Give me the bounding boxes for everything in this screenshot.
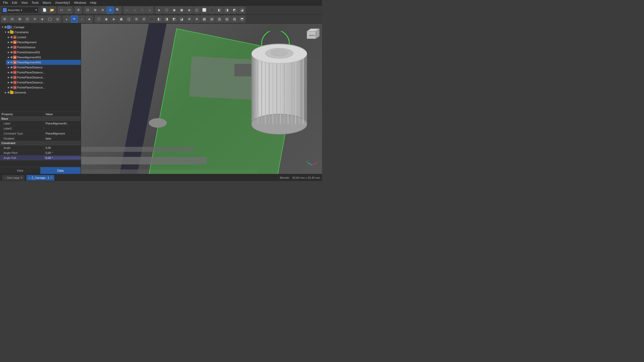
forward-button[interactable]: → <box>131 7 138 14</box>
prop-row-angle-pitch[interactable]: Angle Pitch 0,00 ° <box>0 150 81 155</box>
tb-btn-7[interactable]: ⬜ <box>201 7 208 14</box>
tb2-btn-22[interactable]: ◨ <box>163 16 170 23</box>
tree-constraints[interactable]: ▼ Constraints <box>3 30 81 35</box>
tb2-btn-4[interactable]: ⊡ <box>24 16 31 23</box>
tb2-btn-15[interactable]: ◈ <box>110 16 117 23</box>
tb2-btn-30[interactable]: ▧ <box>223 16 230 23</box>
prop-value-disabled[interactable]: false <box>44 137 81 140</box>
tb-btn-3[interactable]: ◉ <box>171 7 178 14</box>
tree-ppdist2[interactable]: ▶ ⊡ PointsPlaneDistance... <box>6 70 81 75</box>
tb2-btn-2[interactable]: ⊟ <box>9 16 16 23</box>
new-file-button[interactable]: 📄 <box>41 7 48 14</box>
up-button[interactable]: ↑ <box>139 7 146 14</box>
data-tab[interactable]: Data <box>41 167 81 174</box>
tb2-btn-12[interactable]: ◈ <box>86 16 93 23</box>
menu-file[interactable]: File <box>1 1 10 5</box>
prop-row-disabled[interactable]: Disabled false <box>0 136 81 141</box>
tb2-btn-16[interactable]: ▣ <box>118 16 125 23</box>
zoom-in-button[interactable]: ⊕ <box>92 7 99 14</box>
back-button[interactable]: ← <box>124 7 131 14</box>
tree-planealignment002[interactable]: ▶ ◈ PlaneAlignment002 <box>6 60 81 65</box>
axes-button[interactable]: ✛ <box>75 7 82 14</box>
menu-view[interactable]: View <box>19 1 30 5</box>
tree-ppdist4[interactable]: ▶ ⊡ PointsPlaneDistance... <box>6 80 81 85</box>
prop-row-constraint-type[interactable]: Constraint Type PlaneAlignment <box>0 131 81 136</box>
prop-value-angle[interactable]: 0,00 <box>44 146 81 149</box>
prop-row-angle-roll[interactable]: Angle Roll 0,00 ° <box>0 155 81 160</box>
tree-ppdist5[interactable]: ▶ ⊡ PointsPlaneDistance... <box>6 85 81 90</box>
tree-elements[interactable]: ▶ Elements <box>3 90 81 95</box>
tb2-btn-18[interactable]: ⊞ <box>133 16 140 23</box>
tree-planealignment[interactable]: ▶ ◈ PlaneAlignment <box>6 40 81 45</box>
zoom-fit-button[interactable]: ⊡ <box>84 7 91 14</box>
tb2-btn-26[interactable]: ⊗ <box>193 16 200 23</box>
tree-pointsdistance[interactable]: ▶ ⊡ PointsDistance <box>6 45 81 50</box>
tree-root-z-carriage[interactable]: ▼ Z_Carriage <box>0 25 81 30</box>
undo-button[interactable]: ↩ <box>58 7 65 14</box>
tb2-btn-24[interactable]: ◪ <box>178 16 185 23</box>
tb2-btn-19[interactable]: ⊟ <box>140 16 147 23</box>
tb2-btn-9[interactable]: ⬥ <box>63 16 70 23</box>
cam2-button[interactable]: 🔍 <box>114 7 121 14</box>
tb-btn-4[interactable]: ▣ <box>178 7 185 14</box>
tb-btn-12[interactable]: ◪ <box>238 7 246 14</box>
z-carriage-close[interactable]: ✕ <box>50 176 52 179</box>
start-page-close[interactable]: ✕ <box>20 176 22 179</box>
menu-help[interactable]: Help <box>88 1 99 5</box>
tree-pointsdistance001[interactable]: ▶ ⊡ PointsDistance001 <box>6 50 81 55</box>
tb-btn-2[interactable]: ⬡ <box>163 7 170 14</box>
menu-windows[interactable]: Windows <box>72 1 88 5</box>
prop-value-label[interactable]: PlaneAlignment0... <box>44 122 81 125</box>
tb2-btn-21[interactable]: ◧ <box>155 16 163 23</box>
tb-btn-9[interactable]: ◧ <box>216 7 223 14</box>
tb2-btn-1[interactable]: ⊞ <box>1 16 8 23</box>
prop-value-angle-pitch[interactable]: 0,00 ° <box>44 151 81 154</box>
prop-value-constraint-type[interactable]: PlaneAlignment <box>44 132 81 135</box>
tb2-btn-25[interactable]: ⊕ <box>186 16 193 23</box>
viewport[interactable]: FRONT X Y Z <box>81 24 322 174</box>
tb2-btn-8[interactable]: ◎ <box>54 16 61 23</box>
view-tab[interactable]: View <box>0 167 41 174</box>
tb2-btn-20[interactable]: ⬛ <box>148 16 155 23</box>
tb2-btn-27[interactable]: ▦ <box>201 16 208 23</box>
menu-macro[interactable]: Macro <box>41 1 53 5</box>
start-page-tab[interactable]: ⌂ Start page ✕ <box>2 175 24 180</box>
tb2-btn-3[interactable]: ⊠ <box>16 16 23 23</box>
tree-ppdist3[interactable]: ▶ ⊡ PointsPlaneDistance... <box>6 75 81 80</box>
view-home-button[interactable]: ⌂ <box>146 7 153 14</box>
tb2-btn-29[interactable]: ▥ <box>216 16 223 23</box>
prop-value-angle-roll[interactable]: 0,00 ° <box>44 156 81 159</box>
open-file-button[interactable]: 📂 <box>49 7 56 14</box>
tb-btn-6[interactable]: ◫ <box>193 7 200 14</box>
tree-pointsplanedistance[interactable]: ▶ ⊡ PointsPlaneDistance <box>6 65 81 70</box>
z-carriage-tab[interactable]: ◈ Z_Carriage : 1 ✕ <box>26 175 54 180</box>
prop-row-label2[interactable]: Label2 <box>0 126 81 131</box>
tb-btn-1[interactable]: ◈ <box>155 7 163 14</box>
tb-btn-5[interactable]: ◈ <box>186 7 193 14</box>
tree-view[interactable]: ▼ Z_Carriage ▼ Constraints ▶ 🔒 Locked <box>0 24 81 112</box>
nav-cube[interactable]: FRONT <box>304 26 319 41</box>
tb2-btn-13[interactable]: ⬡ <box>95 16 102 23</box>
menu-assembly3[interactable]: Assembly3 <box>53 1 72 5</box>
tb2-btn-23[interactable]: ◩ <box>171 16 178 23</box>
tb-btn-11[interactable]: ◩ <box>231 7 238 14</box>
tb-btn-8[interactable]: ⬛ <box>208 7 215 14</box>
no-cam-button[interactable]: ⊘ <box>99 7 106 14</box>
redo-button[interactable]: ↪ <box>65 7 72 14</box>
tb2-btn-5[interactable]: ✛ <box>31 16 38 23</box>
tb2-btn-6[interactable]: ◈ <box>39 16 46 23</box>
tb2-btn-14[interactable]: ◉ <box>103 16 110 23</box>
prop-row-label[interactable]: Label PlaneAlignment0... <box>0 121 81 126</box>
tree-locked[interactable]: ▶ 🔒 Locked <box>6 35 81 40</box>
tb-btn-10[interactable]: ◨ <box>223 7 230 14</box>
assembly-dropdown[interactable]: Assembly 3 ▾ <box>1 7 39 13</box>
menu-tools[interactable]: Tools <box>30 1 41 5</box>
tree-planealignment001[interactable]: ▶ ◈ PlaneAlignment001 <box>6 55 81 60</box>
tb2-btn-active[interactable]: 👁 <box>71 16 78 23</box>
tb2-btn-7[interactable]: ◯ <box>46 16 53 23</box>
prop-row-angle[interactable]: Angle 0,00 <box>0 145 81 150</box>
tb2-btn-11[interactable]: ⬦ <box>78 16 85 23</box>
tb2-btn-28[interactable]: ▤ <box>208 16 215 23</box>
menu-edit[interactable]: Edit <box>10 1 19 5</box>
cam-active-button[interactable]: ⊙ <box>107 7 114 14</box>
